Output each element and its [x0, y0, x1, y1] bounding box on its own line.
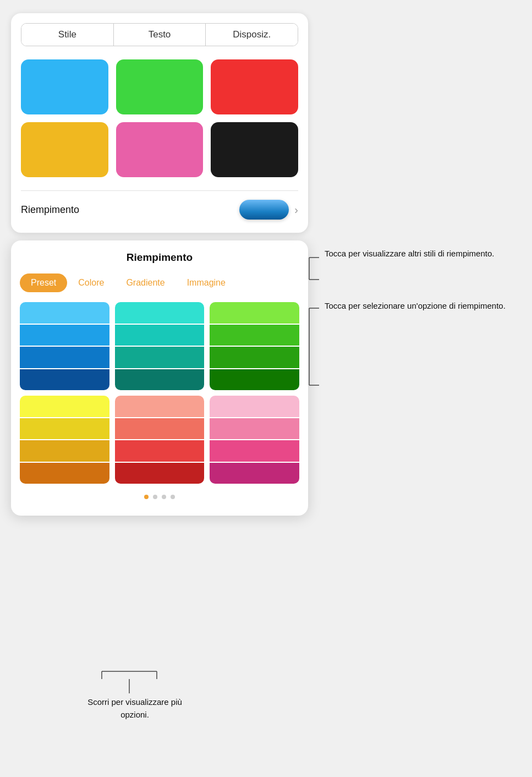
fill-label: Riempimento: [21, 204, 239, 216]
swatch-red[interactable]: [211, 59, 298, 114]
swatch-pink[interactable]: [116, 122, 204, 177]
dot-2[interactable]: [153, 495, 157, 499]
preset-tab-colore[interactable]: Colore: [67, 273, 115, 292]
gradient-yellow[interactable]: [20, 396, 109, 484]
main-tabs: Stile Testo Disposiz.: [21, 23, 298, 46]
gradient-pink[interactable]: [210, 396, 299, 484]
tab-stile[interactable]: Stile: [21, 24, 114, 46]
dot-4[interactable]: [171, 495, 175, 499]
gradient-teal[interactable]: [115, 302, 205, 390]
dot-3[interactable]: [162, 495, 166, 499]
dot-1[interactable]: [144, 495, 149, 499]
swatch-yellow[interactable]: [21, 122, 108, 177]
fill-preview: [239, 200, 289, 220]
color-swatches-grid: [21, 59, 298, 177]
preset-tabs: Preset Colore Gradiente Immagine: [20, 273, 299, 292]
tab-disposiz[interactable]: Disposiz.: [206, 24, 298, 46]
annotation-scroll: Scorri per visualizzare più opzioni.: [74, 696, 195, 721]
page-dots: [20, 495, 299, 499]
swatch-green[interactable]: [116, 59, 204, 114]
top-panel: Stile Testo Disposiz. Riempimento ›: [11, 13, 308, 233]
fill-chevron: ›: [294, 204, 298, 216]
preset-tab-gradiente[interactable]: Gradiente: [115, 273, 175, 292]
popup-panel: Riempimento Preset Colore Gradiente Imma…: [11, 240, 308, 516]
popup-title: Riempimento: [20, 251, 299, 264]
swatch-blue[interactable]: [21, 59, 108, 114]
gradient-swatches-grid: [20, 302, 299, 484]
gradient-green[interactable]: [210, 302, 299, 390]
gradient-red[interactable]: [115, 396, 205, 484]
annotation-fill-styles: Tocca per visualizzare altri stili di ri…: [325, 248, 517, 260]
swatch-black[interactable]: [211, 122, 298, 177]
tab-testo[interactable]: Testo: [114, 24, 206, 46]
preset-tab-preset[interactable]: Preset: [20, 273, 67, 292]
preset-tab-immagine[interactable]: Immagine: [176, 273, 237, 292]
annotation-fill-select: Tocca per selezionare un'opzione di riem…: [325, 300, 517, 313]
fill-row[interactable]: Riempimento ›: [21, 190, 298, 220]
gradient-blue[interactable]: [20, 302, 109, 390]
